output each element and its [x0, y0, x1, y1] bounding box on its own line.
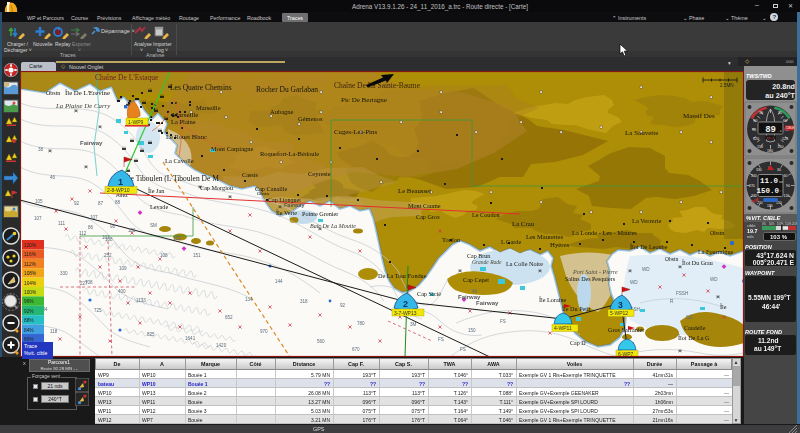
svg-text:SG: SG	[686, 315, 693, 320]
svg-text:Cap Cepet: Cap Cepet	[463, 276, 489, 283]
svg-text:3M: 3M	[410, 322, 417, 327]
svg-text:725: 725	[94, 308, 102, 313]
svg-text:FS: FS	[460, 347, 466, 352]
svg-text:1420: 1420	[216, 343, 227, 348]
svg-text:150: 150	[778, 145, 784, 149]
svg-text:300: 300	[751, 174, 757, 178]
svg-text:FS: FS	[438, 337, 444, 342]
svg-text:118: 118	[50, 329, 58, 334]
svg-text:SM: SM	[150, 223, 157, 228]
svg-text:Hyères: Hyères	[550, 241, 570, 248]
svg-text:108: 108	[160, 253, 168, 258]
svg-text:Îlot De La G: Îlot De La G	[678, 334, 710, 341]
svg-text:105: 105	[173, 236, 181, 241]
svg-text:Gros Sarranier: Gros Sarranier	[608, 326, 644, 333]
svg-text:88: 88	[115, 200, 121, 205]
svg-text:Île De L'Erevine: Île De L'Erevine	[65, 89, 110, 96]
svg-text:670: 670	[352, 347, 360, 352]
svg-text:107: 107	[34, 216, 42, 221]
svg-text:WD: WD	[710, 277, 718, 282]
svg-text:318: 318	[300, 299, 308, 304]
svg-text:Chaîne De L'Estaque: Chaîne De L'Estaque	[95, 73, 159, 82]
svg-text:90: 90	[786, 184, 790, 188]
svg-text:Cap D: Cap D	[570, 340, 586, 346]
svg-text:5-WP12: 5-WP12	[610, 310, 628, 316]
svg-text:.1: .1	[777, 129, 782, 133]
svg-text:WD: WD	[642, 267, 650, 272]
svg-text:Marseille: Marseille	[196, 104, 221, 111]
svg-text:100%: 100%	[777, 222, 784, 226]
svg-text:Levade: Levade	[150, 203, 168, 210]
svg-text:Île Tiboulen (L Tiboulen De M: Île Tiboulen (L Tiboulen De M	[126, 173, 219, 183]
svg-text:Îlot Du Grau: Îlot Du Grau	[682, 259, 713, 266]
svg-text:Gémenos: Gémenos	[298, 115, 323, 122]
svg-text:86: 86	[88, 225, 94, 230]
svg-text:180: 180	[767, 149, 773, 153]
svg-text:FS: FS	[500, 319, 506, 324]
svg-text:1-WP9: 1-WP9	[128, 119, 144, 125]
svg-text:105: 105	[35, 199, 43, 204]
svg-text:Port Saint - Pierre: Port Saint - Pierre	[572, 269, 618, 275]
svg-text:98: 98	[110, 224, 116, 229]
svg-text:FSSH: FSSH	[676, 291, 688, 296]
svg-text:252: 252	[104, 253, 112, 258]
svg-text:Aubagne: Aubagne	[270, 108, 294, 115]
svg-text:Obstn: Obstn	[665, 256, 678, 262]
svg-text:Mont Carpiagne: Mont Carpiagne	[211, 145, 254, 152]
svg-text:Cuges-Les-Pins: Cuges-Les-Pins	[334, 128, 377, 135]
svg-text:11.0: 11.0	[760, 177, 779, 185]
svg-text:Pic De Bertagne: Pic De Bertagne	[341, 96, 387, 104]
svg-text:107: 107	[90, 215, 98, 220]
svg-text:Pointe Grenier: Pointe Grenier	[302, 210, 338, 217]
svg-text:L Garde: L Garde	[501, 238, 521, 245]
svg-text:Île: Île	[720, 303, 727, 310]
svg-text:151: 151	[193, 253, 201, 258]
svg-text:150: 150	[757, 145, 763, 149]
svg-text:0%: 0%	[762, 222, 766, 226]
svg-text:400: 400	[118, 289, 126, 294]
svg-text:92%: 92%	[24, 309, 34, 314]
svg-text:120: 120	[753, 137, 759, 141]
svg-text:Obstn: Obstn	[46, 90, 60, 96]
svg-text:Les Maurettes: Les Maurettes	[526, 233, 563, 240]
svg-text:109: 109	[119, 266, 127, 271]
svg-text:120: 120	[784, 194, 790, 198]
svg-text:De La Tour Fondue: De La Tour Fondue	[378, 272, 427, 279]
svg-text:La Londe - Les - Maures: La Londe - Les - Maures	[572, 229, 637, 236]
svg-text:46: 46	[50, 175, 56, 180]
svg-text:92: 92	[74, 201, 80, 206]
svg-text:970: 970	[260, 329, 268, 334]
svg-text:2.5MN: 2.5MN	[720, 83, 734, 88]
svg-text:Mont Caume: Mont Caume	[408, 202, 441, 209]
svg-text:Île Verte: Île Verte	[276, 209, 297, 216]
svg-text:Ceyreste: Ceyreste	[308, 170, 331, 177]
svg-text:Fairway: Fairway	[284, 202, 305, 208]
svg-text:825: 825	[147, 332, 155, 337]
svg-text:330: 330	[756, 168, 762, 172]
svg-text:87: 87	[98, 201, 104, 206]
svg-text:1641: 1641	[185, 336, 196, 341]
svg-text:La Crau: La Crau	[512, 220, 535, 227]
svg-text:88%: 88%	[24, 318, 34, 323]
svg-text:330: 330	[60, 271, 68, 276]
svg-text:780: 780	[357, 321, 365, 326]
svg-text:Obstn: Obstn	[710, 230, 724, 236]
svg-text:103: 103	[102, 235, 110, 240]
svg-text:144: 144	[275, 279, 283, 284]
svg-text:4-WP11: 4-WP11	[554, 325, 572, 331]
svg-text:150.0: 150.0	[756, 187, 779, 195]
svg-text:104%: 104%	[24, 281, 37, 286]
svg-text:Rocher Du Garlaban: Rocher Du Garlaban	[256, 85, 318, 94]
svg-text:Grande Rade: Grande Rade	[472, 259, 502, 265]
svg-text:60: 60	[784, 174, 788, 178]
svg-text:227: 227	[80, 281, 88, 286]
svg-text:Île Loraine: Île Loraine	[539, 296, 567, 303]
svg-text:2: 2	[403, 299, 408, 309]
svg-text:30: 30	[778, 111, 782, 115]
svg-text:°: °	[780, 190, 782, 194]
svg-text:92: 92	[340, 303, 346, 308]
svg-text:Toulon: Toulon	[442, 236, 461, 243]
svg-text:84%: 84%	[24, 328, 34, 333]
svg-text:Salins Des Pesquiers: Salins Des Pesquiers	[565, 276, 616, 282]
svg-text:Caudelle: Caudelle	[684, 325, 706, 331]
